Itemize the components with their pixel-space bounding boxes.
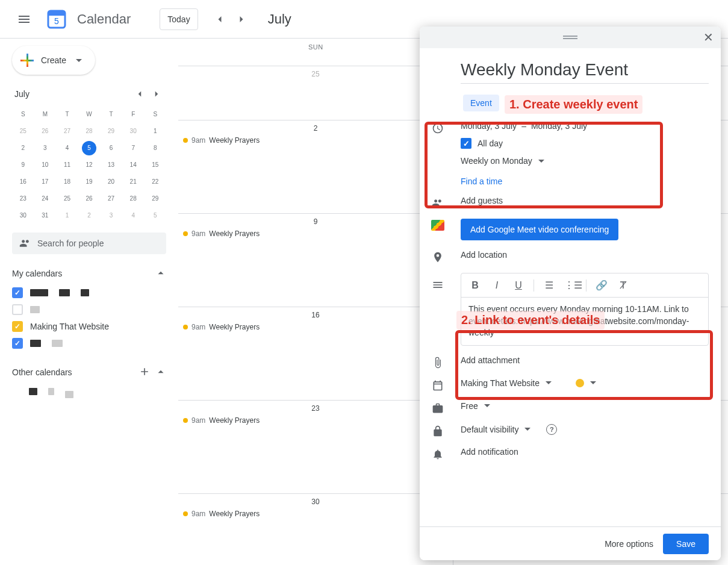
minical-day[interactable]: 3: [100, 207, 122, 224]
link-button[interactable]: 🔗: [595, 279, 608, 291]
minical-day[interactable]: 27: [56, 123, 78, 140]
all-day-toggle[interactable]: ✓ All day: [461, 138, 709, 149]
minical-day[interactable]: 25: [12, 123, 34, 140]
bold-button[interactable]: B: [468, 280, 482, 291]
minical-day[interactable]: 2: [78, 207, 101, 224]
add-calendar-button[interactable]: [138, 366, 151, 379]
bullet-list-button[interactable]: ⋮☰: [564, 279, 577, 291]
add-location-input[interactable]: Add location: [461, 250, 709, 260]
minical-day[interactable]: 18: [56, 173, 78, 190]
minical-day[interactable]: 8: [144, 140, 166, 157]
minical-day[interactable]: 28: [78, 123, 101, 140]
app-title: Calendar: [77, 11, 131, 27]
minical-day[interactable]: 14: [122, 157, 145, 173]
description-textarea[interactable]: This event occurs every Monday morning 1…: [461, 298, 708, 345]
close-button[interactable]: ✕: [703, 30, 714, 45]
minical-day[interactable]: 28: [122, 190, 145, 207]
day-cell[interactable]: 239amWeekly Prayers: [178, 401, 453, 493]
visibility-select[interactable]: Default visibility ?: [461, 424, 709, 435]
day-cell[interactable]: 29amWeekly Prayers: [178, 120, 453, 213]
clock-icon: [432, 122, 444, 134]
italic-button[interactable]: I: [490, 280, 503, 291]
event-item[interactable]: 9amWeekly Prayers: [181, 228, 450, 239]
minical-day[interactable]: 1: [56, 207, 78, 224]
minical-day[interactable]: 4: [122, 207, 145, 224]
minical-day[interactable]: 27: [100, 190, 122, 207]
my-calendars-toggle[interactable]: My calendars: [12, 263, 166, 284]
help-icon[interactable]: ?: [546, 424, 557, 435]
event-item[interactable]: 9amWeekly Prayers: [181, 135, 450, 146]
add-guests-input[interactable]: Add guests: [461, 196, 709, 205]
calendar-select[interactable]: Making That Website: [461, 378, 709, 388]
repeat-select[interactable]: Weekly on Monday: [461, 156, 709, 166]
drag-handle[interactable]: [563, 36, 577, 39]
main-menu-button[interactable]: [10, 5, 39, 34]
calendar-item[interactable]: [12, 301, 166, 318]
minical-next[interactable]: [149, 87, 164, 101]
create-button[interactable]: Create: [12, 46, 95, 75]
minical-day[interactable]: 30: [122, 123, 145, 140]
minical-day[interactable]: 7: [122, 140, 145, 157]
prev-period-button[interactable]: [210, 10, 229, 29]
event-tab[interactable]: Event: [463, 95, 499, 111]
day-cell[interactable]: 99amWeekly Prayers: [178, 214, 453, 307]
calendar-item[interactable]: [12, 383, 166, 400]
save-button[interactable]: Save: [663, 534, 709, 554]
event-item[interactable]: 9amWeekly Prayers: [181, 322, 450, 332]
more-options-button[interactable]: More options: [605, 539, 653, 549]
minical-day[interactable]: 21: [122, 173, 145, 190]
minical-day[interactable]: 11: [56, 157, 78, 173]
add-notification-button[interactable]: Add notification: [461, 447, 709, 457]
event-title-input[interactable]: [461, 58, 709, 84]
find-a-time-link[interactable]: Find a time: [461, 176, 502, 186]
calendar-item[interactable]: [12, 335, 166, 352]
minical-day[interactable]: 24: [34, 190, 57, 207]
minical-day[interactable]: 5: [144, 207, 166, 224]
minical-day[interactable]: 31: [34, 207, 57, 224]
minical-prev[interactable]: [132, 87, 147, 101]
minical-day[interactable]: 10: [34, 157, 57, 173]
availability-select[interactable]: Free: [461, 401, 709, 411]
add-meet-button[interactable]: Add Google Meet video conferencing: [461, 219, 618, 240]
numbered-list-button[interactable]: ☰: [543, 279, 556, 291]
minical-day[interactable]: 23: [12, 190, 34, 207]
today-button[interactable]: Today: [160, 8, 198, 30]
date-range[interactable]: Monday, 3 July – Monday, 3 July: [461, 121, 709, 131]
minical-day[interactable]: 29: [100, 123, 122, 140]
minical-day[interactable]: 16: [12, 173, 34, 190]
add-attachment-button[interactable]: Add attachment: [461, 355, 709, 365]
minical-day[interactable]: 3: [34, 140, 57, 157]
minical-day[interactable]: 17: [34, 173, 57, 190]
day-cell[interactable]: 309amWeekly Prayers: [178, 494, 453, 565]
minical-day[interactable]: 12: [78, 157, 101, 173]
minical-day[interactable]: 20: [100, 173, 122, 190]
svg-text:5: 5: [54, 16, 59, 26]
event-color-swatch[interactable]: [576, 379, 584, 387]
minical-day[interactable]: 26: [34, 123, 57, 140]
minical-day[interactable]: 19: [78, 173, 101, 190]
search-people-input[interactable]: Search for people: [12, 233, 166, 254]
minical-day[interactable]: 4: [56, 140, 78, 157]
minical-day[interactable]: 1: [144, 123, 166, 140]
minical-day[interactable]: 25: [56, 190, 78, 207]
event-item[interactable]: 9amWeekly Prayers: [181, 415, 450, 426]
event-item[interactable]: 9amWeekly Prayers: [181, 508, 450, 519]
minical-day[interactable]: 2: [12, 140, 34, 157]
calendar-item[interactable]: [12, 284, 166, 301]
day-cell[interactable]: 25: [178, 66, 453, 120]
minical-day[interactable]: 22: [144, 173, 166, 190]
minical-day[interactable]: 15: [144, 157, 166, 173]
minical-day[interactable]: 13: [100, 157, 122, 173]
minical-day[interactable]: 29: [144, 190, 166, 207]
minical-day[interactable]: 26: [78, 190, 101, 207]
other-calendars-toggle[interactable]: Other calendars: [12, 361, 166, 383]
calendar-item-making-that-website[interactable]: Making That Website: [12, 318, 166, 335]
clear-format-button[interactable]: Ⱦ: [617, 279, 630, 291]
underline-button[interactable]: U: [512, 280, 525, 291]
day-cell[interactable]: 169amWeekly Prayers: [178, 307, 453, 400]
minical-day[interactable]: 6: [100, 140, 122, 157]
minical-day[interactable]: 5: [78, 140, 101, 157]
next-period-button[interactable]: [232, 10, 251, 29]
minical-day[interactable]: 9: [12, 157, 34, 173]
minical-day[interactable]: 30: [12, 207, 34, 224]
